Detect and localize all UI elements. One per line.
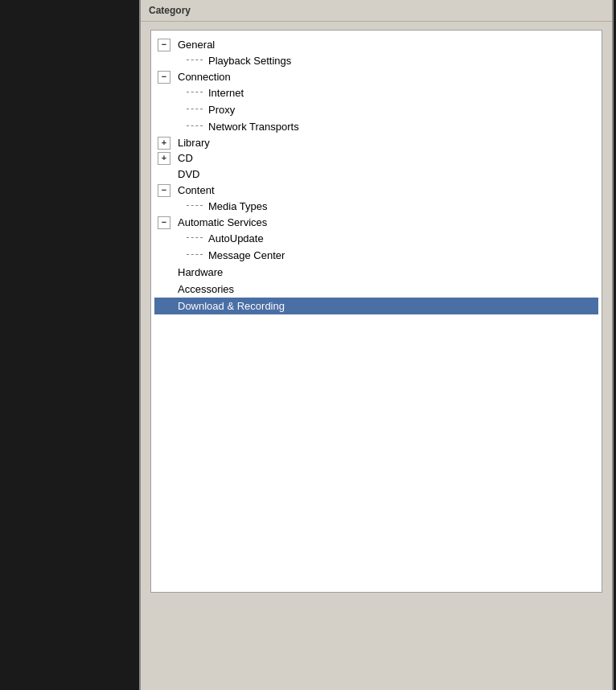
dash-line-autoupdate <box>187 237 203 238</box>
expander-general[interactable]: − <box>154 38 174 51</box>
dash-line-internet <box>187 92 203 92</box>
expander-cd[interactable]: + <box>154 151 174 165</box>
dash-line-proxy <box>187 109 203 109</box>
label-proxy: Proxy <box>206 103 237 117</box>
tree-item-network-transports[interactable]: Network Transports <box>154 118 598 135</box>
expander-box-cd[interactable]: + <box>158 152 170 165</box>
tree-item-dvd[interactable]: DVD <box>154 166 598 183</box>
label-connection: Connection <box>175 70 233 84</box>
header-title: Category <box>149 5 191 16</box>
label-playback-settings: Playback Settings <box>206 54 294 68</box>
label-media-types: Media Types <box>206 199 269 213</box>
expander-box-connection[interactable]: − <box>158 71 170 84</box>
label-accessories: Accessories <box>175 282 236 296</box>
tree-item-automatic-services[interactable]: − Automatic Services <box>154 215 598 230</box>
label-internet: Internet <box>206 86 246 100</box>
tree-item-accessories[interactable]: Accessories <box>154 281 598 298</box>
tree-item-internet[interactable]: Internet <box>154 84 598 101</box>
label-message-center: Message Center <box>206 248 287 262</box>
tree-item-message-center[interactable]: Message Center <box>154 247 598 264</box>
tree-item-media-types[interactable]: Media Types <box>154 198 598 215</box>
expander-content[interactable]: − <box>154 183 174 197</box>
tree-item-content[interactable]: − Content <box>154 183 598 198</box>
label-library: Library <box>175 136 212 150</box>
label-content: Content <box>175 183 217 197</box>
tree-item-library[interactable]: + Library <box>154 135 598 150</box>
expander-box-library[interactable]: + <box>158 137 170 150</box>
label-download-recording: Download & Recording <box>175 299 287 313</box>
label-dvd: DVD <box>175 167 202 181</box>
expander-box-content[interactable]: − <box>158 184 170 197</box>
label-general: General <box>175 38 217 51</box>
tree-item-connection[interactable]: − Connection <box>154 69 598 84</box>
tree-item-cd[interactable]: + CD <box>154 150 598 166</box>
tree-item-general[interactable]: − General <box>154 37 598 52</box>
dash-line-message-center <box>187 254 203 255</box>
expander-library[interactable]: + <box>154 136 174 150</box>
label-autoupdate: AutoUpdate <box>206 232 266 245</box>
expander-automatic-services[interactable]: − <box>154 216 174 229</box>
outer-container: Category − General Playback Settings − C… <box>139 0 614 690</box>
tree-panel: − General Playback Settings − Connection… <box>150 30 602 593</box>
tree-item-autoupdate[interactable]: AutoUpdate <box>154 230 598 247</box>
dash-line-playback-settings <box>187 60 203 60</box>
label-network-transports: Network Transports <box>206 120 302 133</box>
tree-item-playback-settings[interactable]: Playback Settings <box>154 52 598 69</box>
expander-box-automatic-services[interactable]: − <box>158 216 170 229</box>
tree-item-hardware[interactable]: Hardware <box>154 264 598 281</box>
label-hardware: Hardware <box>175 265 225 279</box>
label-automatic-services: Automatic Services <box>175 216 269 229</box>
panel-header: Category <box>141 0 612 22</box>
dash-line-network-transports <box>187 125 203 126</box>
expander-box-general[interactable]: − <box>158 39 170 51</box>
label-cd: CD <box>175 151 195 165</box>
expander-connection[interactable]: − <box>154 70 174 84</box>
tree-item-proxy[interactable]: Proxy <box>154 101 598 118</box>
dash-line-media-types <box>187 205 203 206</box>
tree-item-download-recording[interactable]: Download & Recording <box>154 298 598 314</box>
